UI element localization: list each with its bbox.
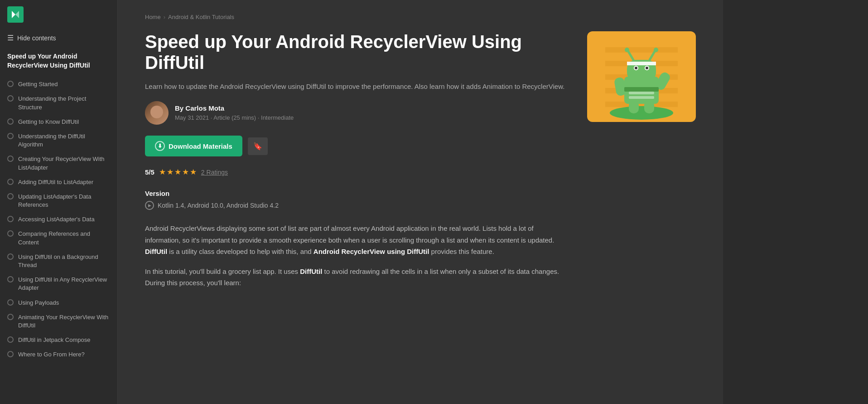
actions-row: ⬇ Download Materials 🔖 [145,136,569,156]
svg-point-12 [654,48,658,52]
nav-item-7[interactable]: Accessing ListAdapter's Data [0,212,117,227]
svg-point-6 [610,106,673,120]
logo-area [0,0,117,29]
svg-rect-1 [605,47,678,53]
nav-item-6[interactable]: Updating ListAdapter's Data References [0,190,117,212]
nav-label-13: DiffUtil in Jetpack Compose [18,336,110,344]
hide-contents-button[interactable]: ☰ Hide contents [0,29,117,47]
nav-item-4[interactable]: Creating Your RecyclerView With ListAdap… [0,152,117,175]
author-name: By Carlos Mota [175,104,294,112]
body-p1-bold1: DiffUtil [145,248,167,255]
nav-dot-1 [7,95,14,102]
nav-label-9: Using DiffUtil on a Background Thread [18,253,110,269]
hide-contents-label: Hide contents [17,34,56,42]
author-info: By Carlos Mota May 31 2021 · Article (25… [175,104,294,122]
star-1: ★ [159,167,166,177]
nav-item-1[interactable]: Understanding the Project Structure [0,92,117,114]
nav-dot-4 [7,156,14,162]
nav-dot-9 [7,253,14,260]
svg-rect-23 [629,92,654,94]
main-content: Home › Android & Kotlin Tutorials Speed … [118,0,723,404]
breadcrumb-home[interactable]: Home [145,14,161,20]
nav-item-5[interactable]: Adding DiffUtil to ListAdapter [0,175,117,190]
bookmark-icon: 🔖 [253,142,262,150]
body-p1-end: provides this feature. [429,248,494,255]
sidebar-title: Speed up Your Android RecyclerView Using… [0,47,117,73]
article-paragraph-2: In this tutorial, you'll build a grocery… [145,266,569,289]
rating-section: 5/5 ★ ★ ★ ★ ★ 2 Ratings [145,167,569,177]
nav-item-14[interactable]: Where to Go From Here? [0,347,117,362]
body-p2-start: In this tutorial, you'll build a grocery… [145,268,300,275]
bookmark-button[interactable]: 🔖 [248,137,268,155]
hero-image [587,31,696,122]
nav-item-11[interactable]: Using Payloads [0,296,117,310]
breadcrumb-separator: › [164,14,165,20]
nav-dot-8 [7,230,14,237]
stars: ★ ★ ★ ★ ★ [159,167,197,177]
svg-rect-20 [629,101,639,113]
rating-count[interactable]: 2 Ratings [201,169,228,176]
nav-dot-3 [7,133,14,139]
nav-label-3: Understanding the DiffUtil Algorithm [18,132,110,149]
star-5: ★ [190,167,197,177]
nav-item-8[interactable]: Comparing References and Content [0,227,117,249]
nav-item-12[interactable]: Animating Your RecyclerView With DiffUti… [0,310,117,333]
nav-dot-5 [7,179,14,185]
svg-rect-17 [627,62,656,65]
android-robot-svg [605,34,678,120]
article-title: Speed up Your Android RecyclerView Using… [145,31,569,73]
author-meta: May 31 2021 · Article (25 mins) · Interm… [175,114,294,121]
star-4: ★ [182,167,189,177]
nav-dot-14 [7,351,14,357]
nav-item-3[interactable]: Understanding the DiffUtil Algorithm [0,129,117,152]
svg-rect-21 [644,101,654,113]
nav-dot-0 [7,81,14,87]
nav-dot-2 [7,118,14,125]
nav-item-2[interactable]: Getting to Know DiffUtil [0,115,117,129]
content-header: Speed up Your Android RecyclerView Using… [145,31,696,297]
nav-label-1: Understanding the Project Structure [18,95,110,111]
nav-dot-13 [7,336,14,343]
nav-label-4: Creating Your RecyclerView With ListAdap… [18,155,110,171]
author-avatar-image [145,101,169,125]
article-description: Learn how to update the Android Recycler… [145,81,569,92]
nav-item-9[interactable]: Using DiffUtil on a Background Thread [0,250,117,273]
version-label: Version [145,190,569,197]
version-info: ▶ Kotlin 1.4, Android 10.0, Android Stud… [145,201,569,210]
nav-label-7: Accessing ListAdapter's Data [18,215,110,224]
nav-dot-11 [7,299,14,306]
svg-point-14 [635,67,637,69]
hamburger-icon: ☰ [7,34,14,42]
star-3: ★ [174,167,181,177]
version-play-icon: ▶ [145,201,154,210]
nav-dot-7 [7,216,14,222]
download-button[interactable]: ⬇ Download Materials [145,136,242,156]
sidebar: ☰ Hide contents Speed up Your Android Re… [0,0,118,404]
rating-score: 5/5 [145,168,154,176]
nav-label-2: Getting to Know DiffUtil [18,118,110,126]
nav-label-0: Getting Started [18,80,110,88]
nav-label-6: Updating ListAdapter's Data References [18,193,110,209]
download-icon: ⬇ [155,141,165,151]
breadcrumb: Home › Android & Kotlin Tutorials [145,14,696,20]
nav-item-10[interactable]: Using DiffUtil in Any RecyclerView Adapt… [0,273,117,295]
nav-label-11: Using Payloads [18,299,110,307]
article-paragraph-1: Android RecyclerViews displaying some so… [145,223,569,258]
svg-rect-24 [629,96,654,99]
version-value: Kotlin 1.4, Android 10.0, Android Studio… [158,202,279,209]
logo-icon[interactable] [7,6,24,23]
nav-item-0[interactable]: Getting Started [0,77,117,92]
nav-label-5: Adding DiffUtil to ListAdapter [18,178,110,186]
breadcrumb-section[interactable]: Android & Kotlin Tutorials [168,14,234,20]
nav-dot-12 [7,314,14,320]
svg-point-16 [646,67,648,69]
author-section: By Carlos Mota May 31 2021 · Article (25… [145,101,569,125]
nav-label-10: Using DiffUtil in Any RecyclerView Adapt… [18,276,110,292]
body-p1-bold2: Android RecyclerView using DiffUtil [313,248,429,255]
nav-item-13[interactable]: DiffUtil in Jetpack Compose [0,333,117,347]
nav-dot-6 [7,193,14,200]
body-p2-bold: DiffUtil [300,268,322,275]
svg-rect-22 [624,87,659,92]
version-section: Version ▶ Kotlin 1.4, Android 10.0, Andr… [145,190,569,210]
nav-dot-10 [7,276,14,282]
